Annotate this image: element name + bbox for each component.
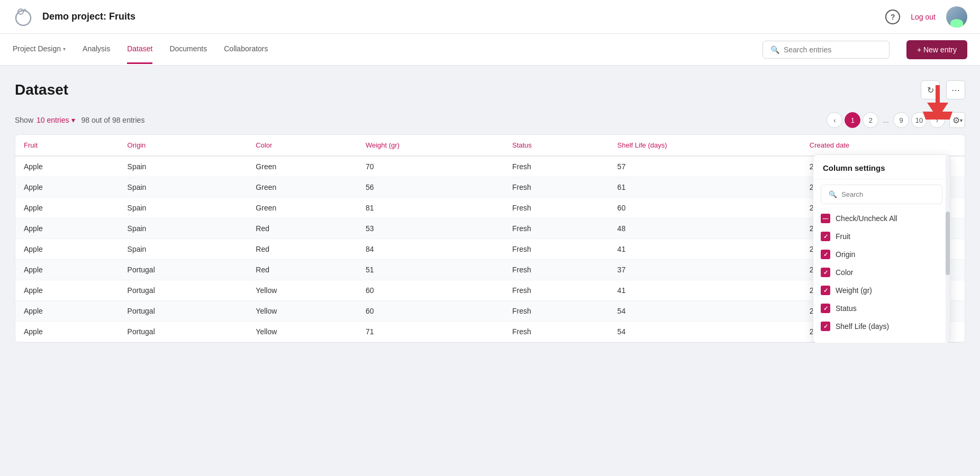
table-cell-5-0: Apple [15, 260, 119, 280]
col-label-fruit: Fruit [836, 232, 850, 241]
check-uncheck-all-label: Check/Uncheck All [836, 214, 897, 223]
table-cell-1-4: Fresh [504, 177, 609, 198]
check-uncheck-all-item[interactable]: Check/Uncheck All [821, 209, 942, 227]
table-controls: Show 10 entries ▾ 98 out of 98 entries ‹… [15, 112, 965, 128]
col-checkbox-fruit[interactable] [821, 232, 830, 241]
col-item-weight[interactable]: Weight (gr) [821, 281, 942, 299]
nav-item-project-design[interactable]: Project Design ▾ [13, 35, 66, 64]
table-cell-8-0: Apple [15, 322, 119, 342]
col-item-status[interactable]: Status [821, 299, 942, 317]
scrollbar-thumb[interactable] [946, 212, 950, 275]
table-cell-0-3: 70 [357, 156, 504, 177]
table-cell-2-0: Apple [15, 198, 119, 218]
second-nav: Project Design ▾ Analysis Dataset Docume… [0, 34, 980, 66]
table-cell-2-1: Spain [119, 198, 248, 218]
table-cell-7-0: Apple [15, 301, 119, 322]
col-header-origin[interactable]: Origin [119, 135, 248, 156]
dataset-header: Dataset ↻ ⋯ [15, 80, 965, 99]
dataset-area: Show 10 entries ▾ 98 out of 98 entries ‹… [15, 112, 965, 343]
column-settings-panel: Column settings 🔍 Check/Uncheck All Frui… [813, 154, 950, 343]
table-cell-5-5: 37 [609, 260, 801, 280]
page-10-button[interactable]: 10 [911, 112, 927, 128]
table-cell-6-2: Yellow [247, 280, 357, 301]
table-cell-6-5: 41 [609, 280, 801, 301]
column-settings-title: Column settings [813, 155, 950, 179]
table-cell-3-3: 53 [357, 218, 504, 239]
table-cell-0-5: 57 [609, 156, 801, 177]
table-cell-6-1: Portugal [119, 280, 248, 301]
table-cell-6-0: Apple [15, 280, 119, 301]
table-cell-2-2: Green [247, 198, 357, 218]
page-title: Dataset [15, 81, 68, 98]
nav-item-documents[interactable]: Documents [169, 35, 207, 64]
column-search-container: 🔍 [821, 185, 942, 204]
help-icon[interactable]: ? [885, 10, 900, 24]
search-entries-input[interactable] [784, 45, 882, 54]
logo-icon [13, 6, 34, 28]
table-cell-6-4: Fresh [504, 280, 609, 301]
page-2-button[interactable]: 2 [863, 112, 878, 128]
nav-item-analysis[interactable]: Analysis [83, 35, 110, 64]
table-cell-3-1: Spain [119, 218, 248, 239]
nav-item-collaborators[interactable]: Collaborators [224, 35, 268, 64]
col-checkbox-weight[interactable] [821, 286, 830, 295]
table-cell-7-2: Yellow [247, 301, 357, 322]
table-cell-5-4: Fresh [504, 260, 609, 280]
table-cell-3-0: Apple [15, 218, 119, 239]
gear-chevron-icon: ▾ [960, 117, 963, 123]
table-cell-5-2: Red [247, 260, 357, 280]
col-header-status[interactable]: Status [504, 135, 609, 156]
col-header-weight[interactable]: Weight (gr) [357, 135, 504, 156]
main-content: Dataset ↻ ⋯ Show [0, 66, 980, 343]
col-item-fruit[interactable]: Fruit [821, 227, 942, 245]
table-cell-7-1: Portugal [119, 301, 248, 322]
avatar[interactable] [946, 6, 967, 28]
entries-count: 98 out of 98 entries [81, 116, 145, 124]
table-cell-4-5: 41 [609, 239, 801, 260]
nav-item-dataset[interactable]: Dataset [127, 35, 152, 64]
col-checkbox-shelf-life[interactable] [821, 322, 830, 331]
col-checkbox-status[interactable] [821, 304, 830, 313]
table-cell-4-3: 84 [357, 239, 504, 260]
table-cell-7-4: Fresh [504, 301, 609, 322]
new-entry-button[interactable]: + New entry [906, 40, 967, 59]
more-options-button[interactable]: ⋯ [946, 80, 965, 99]
prev-page-button[interactable]: ‹ [827, 112, 842, 128]
col-item-color[interactable]: Color [821, 263, 942, 281]
column-search-input[interactable] [841, 190, 934, 198]
column-settings-button[interactable]: ⚙ ▾ [949, 112, 965, 128]
entries-select[interactable]: 10 entries ▾ [37, 116, 75, 124]
table-cell-1-0: Apple [15, 177, 119, 198]
col-header-created-date[interactable]: Created date [801, 135, 965, 156]
more-options-icon: ⋯ [951, 85, 960, 95]
col-label-color: Color [836, 268, 853, 277]
table-cell-3-4: Fresh [504, 218, 609, 239]
col-item-shelf-life[interactable]: Shelf Life (days) [821, 317, 942, 335]
table-cell-3-5: 48 [609, 218, 801, 239]
page-1-button[interactable]: 1 [845, 112, 860, 128]
col-checkbox-color[interactable] [821, 268, 830, 277]
top-nav-right: ? Log out [885, 6, 967, 28]
table-cell-8-4: Fresh [504, 322, 609, 342]
table-cell-6-3: 60 [357, 280, 504, 301]
col-item-origin[interactable]: Origin [821, 245, 942, 263]
gear-icon: ⚙ [952, 115, 960, 125]
col-checkbox-origin[interactable] [821, 250, 830, 259]
logout-link[interactable]: Log out [911, 13, 936, 21]
col-header-shelf-life[interactable]: Shelf Life (days) [609, 135, 801, 156]
page-9-button[interactable]: 9 [893, 112, 909, 128]
table-cell-4-4: Fresh [504, 239, 609, 260]
refresh-button[interactable]: ↻ [921, 80, 940, 99]
project-title: Demo project: Fruits [42, 11, 885, 22]
col-label-origin: Origin [836, 250, 855, 259]
col-header-color[interactable]: Color [247, 135, 357, 156]
dataset-actions: ↻ ⋯ [921, 80, 965, 99]
col-header-fruit[interactable]: Fruit [15, 135, 119, 156]
table-cell-2-5: 60 [609, 198, 801, 218]
col-label-shelf-life: Shelf Life (days) [836, 322, 889, 331]
check-uncheck-all-checkbox[interactable] [821, 214, 830, 223]
search-entries-container: 🔍 [763, 41, 890, 59]
next-page-button[interactable]: › [929, 112, 945, 128]
show-label: Show [15, 116, 33, 124]
table-cell-5-3: 51 [357, 260, 504, 280]
